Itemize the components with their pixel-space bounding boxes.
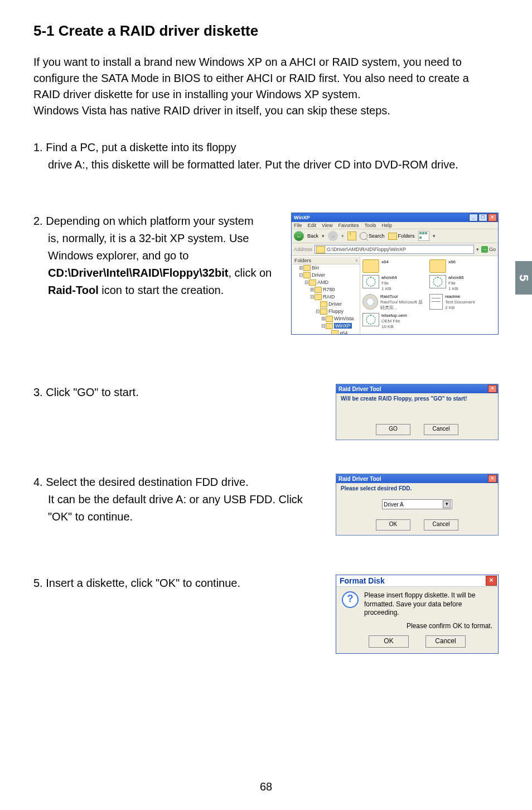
menu-edit[interactable]: Edit — [308, 223, 317, 228]
step-5-text: 5. Insert a diskette, click "OK" to cont… — [33, 575, 336, 592]
folder-icon — [362, 259, 379, 273]
up-button[interactable] — [347, 232, 356, 240]
step-5-number: 5. — [33, 577, 43, 589]
back-label: Back — [307, 233, 318, 239]
address-path: G:\Driver\AMD\RAID\Floppy\WinXP — [327, 247, 406, 252]
step-1-text: 1. Find a PC, put a diskette into its fl… — [33, 139, 499, 173]
file-list-pane: x64 x86 ahcix64File1 KB ahcix86File — [360, 256, 498, 334]
tree-amd[interactable]: AMD — [317, 279, 328, 285]
views-button[interactable] — [418, 231, 429, 241]
address-dropdown-arrow[interactable]: ▾ — [476, 247, 479, 252]
tree-driver[interactable]: Driver — [312, 272, 325, 278]
step-4-rest: It can be the default drive A: or any US… — [33, 491, 319, 525]
menu-help[interactable]: Help — [381, 223, 392, 228]
dialog-message: Please select desired FDD. — [341, 485, 494, 491]
step-2-bold-a: CD:\Driver\Intel\RAID\Floppy\32bit — [48, 267, 228, 279]
forward-button[interactable]: → — [328, 231, 338, 241]
tree-raid[interactable]: RAID — [323, 294, 335, 300]
dialog-message: Will be create RAID Floppy, press "GO" t… — [341, 396, 494, 402]
window-title: WinXP — [294, 215, 469, 220]
back-button[interactable]: ← — [294, 231, 304, 241]
address-label: Address — [294, 247, 312, 252]
file-ahcix86[interactable]: ahcix86File1 KB — [429, 275, 491, 292]
tree-floppy[interactable]: Floppy — [328, 308, 344, 314]
dialog-title: Raid Driver Tool — [338, 476, 488, 482]
menu-tools[interactable]: Tools — [364, 223, 376, 228]
file-x64[interactable]: x64 — [362, 259, 424, 273]
raid-go-dialog: Raid Driver Tool × Will be create RAID F… — [336, 384, 499, 440]
step-2-text: 2. Depending on which platform your syst… — [33, 213, 291, 299]
dialog-title: Raid Driver Tool — [338, 386, 488, 392]
step-1-number: 1. — [33, 141, 43, 153]
tree-driver2[interactable]: Driver — [328, 301, 342, 307]
address-folder-icon — [316, 246, 325, 253]
step-3-text: 3. Click "GO" to start. — [33, 384, 336, 401]
cancel-button[interactable]: Cancel — [424, 424, 458, 435]
drive-select[interactable]: Driver A ▾ — [382, 499, 452, 509]
address-bar: Address G:\Driver\AMD\RAID\Floppy\WinXP … — [292, 243, 498, 256]
raid-fdd-dialog: Raid Driver Tool × Please select desired… — [336, 474, 499, 536]
minimize-button[interactable]: _ — [469, 214, 478, 221]
explorer-window: WinXP _ □ × File Edit View Favorites Too… — [291, 213, 499, 335]
section-title: 5-1 Create a RAID driver diskette — [33, 22, 499, 40]
folders-label: Folders — [398, 233, 415, 239]
folder-icon — [429, 259, 446, 273]
format-disk-dialog: Format Disk × ? Please insert floppy dis… — [336, 575, 499, 654]
file-x86[interactable]: x86 — [429, 259, 491, 273]
menu-file[interactable]: File — [294, 223, 302, 228]
disc-icon — [362, 294, 378, 310]
tree-winxp[interactable]: WinXP — [334, 323, 352, 329]
format-message: Please insert floppy diskette. It will b… — [364, 591, 492, 618]
maximize-button[interactable]: □ — [478, 214, 487, 221]
search-icon — [360, 232, 367, 240]
tree-close-icon[interactable]: × — [355, 258, 358, 263]
file-txtsetup[interactable]: txtsetup.oemOEM File10 KB — [362, 313, 424, 330]
file-readme[interactable]: readmeText Document2 KB — [429, 294, 491, 311]
search-button[interactable]: Search — [360, 232, 385, 240]
step-5-line1: Insert a diskette, click "OK" to continu… — [46, 577, 240, 589]
back-dropdown-arrow[interactable]: ▾ — [322, 233, 325, 239]
chapter-tab: 5 — [515, 261, 532, 295]
tree-bin[interactable]: Bin — [312, 265, 319, 271]
go-button[interactable]: → Go — [481, 246, 496, 253]
menu-view[interactable]: View — [322, 223, 332, 228]
address-input[interactable]: G:\Driver\AMD\RAID\Floppy\WinXP — [315, 245, 474, 254]
dialog-titlebar[interactable]: Raid Driver Tool × — [336, 384, 498, 393]
step-3-number: 3. — [33, 386, 43, 398]
step-2-bold-b: Raid-Tool — [48, 284, 99, 296]
file-ahcix64[interactable]: ahcix64File1 KB — [362, 275, 424, 292]
step-1-rest: drive A:, this diskette will be formatte… — [33, 156, 482, 173]
folders-button[interactable]: Folders — [388, 233, 415, 240]
go-button[interactable]: GO — [376, 424, 410, 435]
cancel-button[interactable]: Cancel — [425, 635, 466, 648]
menu-favorites[interactable]: Favorites — [338, 223, 359, 228]
file-raidtool[interactable]: RaidToolRaidTool Microsoft 基础类应... — [362, 294, 424, 311]
close-button[interactable]: × — [488, 214, 497, 221]
tree-x64[interactable]: x64 — [340, 330, 348, 334]
format-confirm-text: Please confirm OK to format. — [342, 622, 492, 630]
step-4-text: 4. Select the desired destination FDD dr… — [33, 474, 336, 525]
ok-button[interactable]: OK — [376, 519, 410, 531]
chevron-down-icon: ▾ — [443, 500, 451, 508]
step-4-number: 4. — [33, 476, 43, 488]
cancel-button[interactable]: Cancel — [424, 519, 458, 531]
tree-winvista[interactable]: WinVista — [334, 316, 354, 321]
search-label: Search — [369, 233, 385, 239]
close-button[interactable]: × — [486, 576, 497, 586]
folder-tree[interactable]: ⊞Bin ⊟Driver ⊟AMD ⊞R780 ⊟RAID — [293, 264, 360, 334]
text-file-icon — [429, 294, 443, 310]
close-button[interactable]: × — [488, 385, 497, 393]
close-button[interactable]: × — [488, 475, 497, 483]
ok-button[interactable]: OK — [369, 635, 409, 648]
dialog-title: Format Disk — [340, 576, 486, 585]
step-2-part-a: is, normally, it is a 32-bit XP system. … — [48, 232, 249, 262]
dialog-titlebar[interactable]: Raid Driver Tool × — [336, 474, 498, 483]
tree-header-label: Folders — [294, 258, 311, 263]
folder-tree-pane: Folders × ⊞Bin ⊟Driver ⊟AMD — [292, 256, 360, 334]
tree-r780[interactable]: R780 — [323, 287, 335, 292]
dialog-titlebar[interactable]: Format Disk × — [336, 575, 498, 587]
window-titlebar[interactable]: WinXP _ □ × — [292, 213, 498, 222]
intro-paragraph: If you want to install a brand new Windo… — [33, 54, 499, 119]
menu-bar: File Edit View Favorites Tools Help — [292, 222, 498, 229]
folders-icon — [388, 233, 397, 240]
